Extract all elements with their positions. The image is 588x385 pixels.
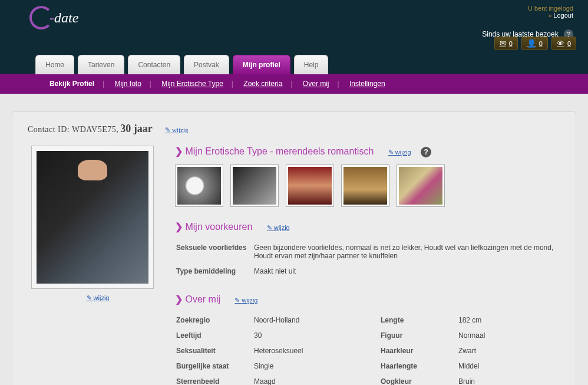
erotic-type-section: Mijn Erotische Type - merendeels romanti…	[175, 146, 560, 207]
haarlengte-label: Haarlengte	[381, 359, 457, 373]
main-tabs: Home Tarieven Contacten Postvak Mijn pro…	[0, 55, 588, 74]
haarkleur-label: Haarkleur	[381, 344, 457, 358]
mail-icon: ✉	[500, 39, 506, 48]
help-erotic-icon[interactable]: ?	[421, 147, 431, 157]
haarlengte-value: Middel	[458, 359, 559, 373]
subnav-mijn-foto[interactable]: Mijn foto	[113, 80, 144, 88]
contact-id: WDAV5E75	[72, 125, 116, 134]
subnav-bekijk[interactable]: Bekijk Profiel	[47, 80, 97, 88]
age-text: 30 jaar	[120, 123, 152, 134]
edit-photo-link[interactable]: wijzig	[87, 294, 110, 301]
thumb-5[interactable]	[397, 164, 445, 207]
zoekregio-value: Noord-Holland	[254, 313, 355, 327]
contact-header: Contact ID: WDAV5E75, 30 jaar wijzig	[28, 123, 560, 135]
logout-link[interactable]: Logout	[553, 12, 573, 19]
pref-value: Geen bijzondere voorliefdes, normaal is …	[254, 241, 559, 263]
erotic-title: Mijn Erotische Type - merendeels romanti…	[185, 146, 374, 156]
header: -date U bent ingelogd » Logout Sinds uw …	[0, 0, 588, 54]
mail-counter[interactable]: ✉0	[494, 37, 518, 50]
burgelijke-label: Burgelijke staat	[176, 359, 253, 373]
voorkeuren-section: Mijn voorkeuren wijzig Seksuele voorlief…	[175, 221, 560, 279]
contact-label: Contact ID:	[28, 125, 72, 134]
subnav-erotische[interactable]: Mijn Erotische Type	[159, 80, 226, 88]
tab-mijn-profiel[interactable]: Mijn profiel	[233, 55, 290, 74]
logged-in-text: U bent ingelogd	[482, 5, 573, 12]
voorkeuren-title: Mijn voorkeuren	[185, 222, 252, 232]
burgelijke-value: Single	[254, 359, 355, 373]
subnav: Bekijk Profiel| Mijn foto| Mijn Erotisch…	[0, 74, 588, 94]
erotic-thumbs	[175, 164, 560, 207]
pref-label: Seksuele voorliefdes	[176, 241, 253, 263]
subnav-instellingen[interactable]: Instellingen	[347, 80, 388, 88]
oogkleur-value: Bruin	[458, 374, 559, 385]
edit-erotic-link[interactable]: wijzig	[388, 149, 411, 156]
lengte-value: 182 cm	[458, 313, 559, 327]
profile-panel: Contact ID: WDAV5E75, 30 jaar wijzig wij…	[12, 111, 576, 385]
seksualiteit-label: Seksualiteit	[176, 344, 253, 358]
bemiddeling-label: Type bemiddeling	[176, 264, 253, 278]
person-icon: 👤	[527, 39, 536, 48]
seksualiteit-value: Heteroseksueel	[254, 344, 355, 358]
tab-tarieven[interactable]: Tarieven	[78, 55, 124, 74]
leeftijd-label: Leeftijd	[176, 328, 253, 343]
tab-help[interactable]: Help	[294, 55, 329, 74]
figuur-label: Figuur	[381, 328, 457, 343]
subnav-over-mij[interactable]: Over mij	[300, 80, 332, 88]
logout-prefix: »	[548, 12, 553, 19]
thumb-2[interactable]	[230, 164, 279, 207]
tab-contacten[interactable]: Contacten	[128, 55, 180, 74]
edit-over-mij-link[interactable]: wijzig	[234, 297, 257, 304]
counters: ✉0 👤0 👁0	[494, 37, 576, 50]
eye-icon: 👁	[557, 39, 564, 48]
figuur-value: Normaal	[458, 328, 559, 343]
zoekregio-label: Zoekregio	[176, 313, 253, 327]
over-mij-section: Over mij wijzig ZoekregioNoord-Holland L…	[175, 294, 560, 385]
contacts-counter[interactable]: 👤0	[521, 37, 548, 50]
profile-photo-frame	[31, 146, 154, 289]
views-count: 0	[567, 40, 571, 47]
leeftijd-value: 30	[254, 328, 355, 343]
views-counter[interactable]: 👁0	[551, 37, 576, 50]
mail-count: 0	[509, 40, 513, 47]
sterrenbeeld-label: Sterrenbeeld	[176, 374, 253, 385]
thumb-4[interactable]	[341, 164, 389, 207]
edit-contact-link[interactable]: wijzig	[165, 126, 188, 133]
tab-postvak[interactable]: Postvak	[184, 55, 229, 74]
logo-text: -date	[49, 10, 78, 26]
edit-voorkeuren-link[interactable]: wijzig	[267, 224, 290, 231]
tab-home[interactable]: Home	[35, 55, 74, 74]
subnav-zoek[interactable]: Zoek criteria	[241, 80, 285, 88]
thumb-1[interactable]	[175, 164, 223, 207]
bemiddeling-value: Maakt niet uit	[254, 264, 559, 278]
over-mij-title: Over mij	[185, 294, 220, 304]
logo-c-icon	[29, 6, 53, 29]
sterrenbeeld-value: Maagd	[254, 374, 355, 385]
contacts-count: 0	[539, 40, 543, 47]
profile-photo[interactable]	[37, 151, 148, 284]
thumb-3[interactable]	[286, 164, 334, 207]
lengte-label: Lengte	[381, 313, 457, 327]
haarkleur-value: Zwart	[458, 344, 559, 358]
oogkleur-label: Oogkleur	[381, 374, 457, 385]
